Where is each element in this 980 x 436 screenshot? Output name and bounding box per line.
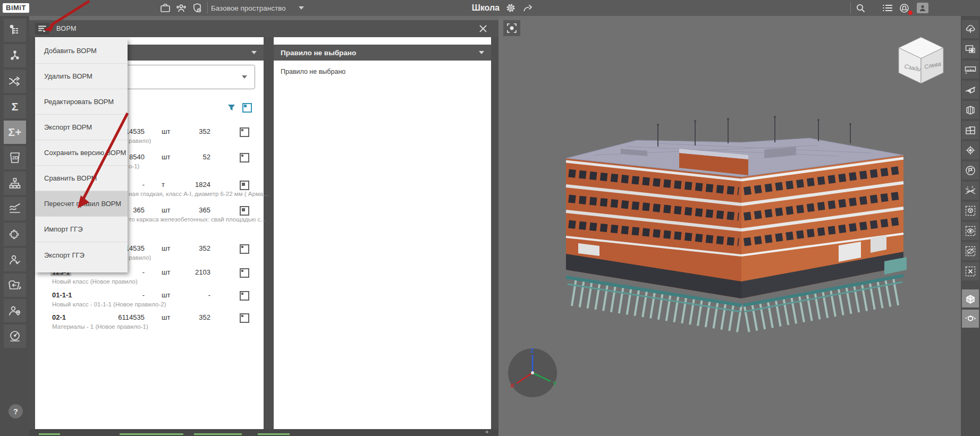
column-mode-icon[interactable] — [242, 103, 252, 113]
measure-axes-icon[interactable]: 12 — [962, 182, 979, 200]
menu-item-recalc-rules-vorm[interactable]: Пересчет правил ВОРМ — [35, 191, 128, 217]
app-logo: BiMiT — [3, 3, 29, 13]
top-bar: BiMiT Базовое пространство Школа — [0, 0, 980, 16]
svg-text:2D: 2D — [12, 155, 19, 160]
settings-gear-icon[interactable] — [504, 2, 518, 14]
user-check-icon[interactable] — [4, 248, 26, 271]
row-state-icon[interactable] — [240, 153, 249, 163]
structure-tree-icon[interactable] — [4, 19, 26, 42]
svg-text:1: 1 — [967, 186, 969, 189]
combobox-caret-icon — [242, 75, 247, 79]
workspace-caret-icon[interactable] — [299, 6, 304, 10]
wall-tool-icon[interactable] — [962, 289, 979, 307]
vorm-window-header: ВОРМ — [29, 20, 499, 37]
vorm-context-menu: Добавить ВОРМ Удалить ВОРМ Редактировать… — [35, 38, 128, 272]
row-state-icon[interactable] — [240, 244, 249, 254]
help-button[interactable]: ? — [9, 404, 23, 418]
menu-item-import-gge[interactable]: Импорт ГГЭ — [35, 217, 128, 242]
hierarchy-icon[interactable] — [4, 172, 26, 195]
vegetation-tree-icon[interactable] — [962, 20, 979, 38]
relations-icon[interactable] — [4, 44, 26, 67]
search-icon[interactable] — [854, 2, 868, 14]
row-subtitle: Новый класс (Новое правило) — [52, 278, 138, 285]
row-qty: 2103 — [179, 268, 210, 276]
rule-panel-title: Правило не выбрано — [281, 49, 356, 57]
row-state-icon[interactable] — [240, 291, 249, 301]
menu-item-export-vorm[interactable]: Экспорт ВОРМ — [35, 115, 128, 140]
rule-panel-header[interactable]: Правило не выбрано — [274, 45, 491, 61]
menu-item-delete-vorm[interactable]: Удалить ВОРМ — [35, 64, 128, 89]
axis-x-label: X — [510, 382, 514, 389]
projects-briefcase-icon[interactable] — [158, 2, 172, 14]
viewport-3d[interactable]: Сзади Слева Z X Y — [499, 16, 961, 436]
capture-region-icon[interactable] — [962, 40, 979, 58]
row-value: - — [88, 291, 145, 299]
row-unit: шт — [162, 244, 170, 252]
row-unit: шт — [162, 268, 170, 276]
row-state-icon[interactable] — [240, 206, 249, 216]
filter-icon[interactable] — [227, 104, 235, 112]
select-box-icon[interactable] — [962, 202, 979, 220]
section-box-icon[interactable] — [962, 101, 979, 119]
table-tools — [227, 103, 252, 113]
menu-item-add-vorm[interactable]: Добавить ВОРМ — [35, 38, 128, 64]
axis-gizmo[interactable]: Z X Y — [506, 346, 559, 399]
clear-selection-icon[interactable] — [962, 262, 979, 280]
account-icon[interactable] — [917, 3, 928, 13]
right-toolbar: 12 — [961, 16, 980, 436]
shield-history-icon[interactable] — [190, 2, 204, 14]
ruler-icon[interactable] — [962, 61, 979, 79]
row-state-icon[interactable] — [240, 268, 249, 278]
menu-item-compare-vorm[interactable]: Сравнить ВОРМ — [35, 166, 128, 191]
section-plane-icon[interactable] — [962, 81, 979, 99]
menu-list-icon[interactable] — [881, 2, 894, 14]
connections-icon[interactable] — [4, 70, 26, 93]
menu-item-export-gge[interactable]: Экспорт ГГЭ — [35, 242, 128, 268]
row-value: 6114535 — [88, 313, 145, 321]
notifications-bell-icon[interactable] — [898, 2, 911, 14]
plugins-icon[interactable] — [4, 223, 26, 246]
focus-model-icon[interactable] — [503, 20, 520, 36]
row-state-icon[interactable] — [240, 127, 249, 137]
row-qty: - — [179, 291, 210, 299]
bottom-cropped-row: + — [29, 429, 499, 436]
workspace-selector[interactable]: Базовое пространство — [211, 4, 286, 12]
team-icon[interactable] — [174, 2, 188, 14]
user-location-icon[interactable] — [4, 299, 26, 322]
view-2d-icon[interactable]: 2D — [4, 146, 26, 169]
row-subtitle: Материалы - 1 (Новое правило-1) — [52, 323, 148, 330]
window-title: ВОРМ — [56, 25, 77, 32]
navigation-cube[interactable]: Сзади Слева — [894, 33, 948, 86]
row-qty: 52 — [179, 153, 210, 161]
show-selected-eye-icon[interactable] — [962, 222, 979, 240]
project-title: Школа — [472, 3, 500, 13]
hide-selected-eye-off-icon[interactable] — [962, 242, 979, 260]
row-state-icon[interactable] — [240, 313, 249, 323]
row-state-icon[interactable] — [240, 181, 249, 190]
row-unit: шт — [162, 313, 170, 321]
left-toolbar: Σ Σ+ 2D — [0, 16, 29, 436]
share-icon[interactable] — [521, 2, 535, 14]
floor-plan-icon[interactable] — [962, 121, 979, 139]
folder-transfer-icon[interactable] — [4, 273, 26, 297]
locate-icon[interactable] — [962, 141, 979, 159]
row-unit: шт — [162, 206, 170, 214]
menu-item-save-version-vorm[interactable]: Сохранить версию ВОРМ — [35, 140, 128, 166]
row-unit: т — [162, 181, 165, 189]
row-unit: шт — [162, 291, 170, 299]
sum-icon[interactable]: Σ — [4, 95, 26, 118]
menu-item-edit-vorm[interactable]: Редактировать ВОРМ — [35, 89, 128, 115]
vorm-menu-button[interactable] — [35, 23, 49, 35]
orbit-view-icon[interactable] — [962, 310, 979, 328]
axis-z-label: Z — [530, 347, 534, 354]
close-icon[interactable] — [478, 24, 488, 33]
rule-panel-caret-icon — [479, 51, 484, 54]
row-unit: шт — [162, 153, 170, 161]
rule-panel-body: Правило не выбрано — [281, 68, 345, 75]
flag-icon[interactable] — [962, 161, 979, 179]
row-qty: 365 — [179, 206, 210, 214]
gauge-icon[interactable] — [4, 324, 26, 348]
trends-icon[interactable] — [4, 197, 26, 220]
svg-text:2: 2 — [971, 185, 974, 189]
sum-plus-icon[interactable]: Σ+ — [4, 121, 26, 144]
